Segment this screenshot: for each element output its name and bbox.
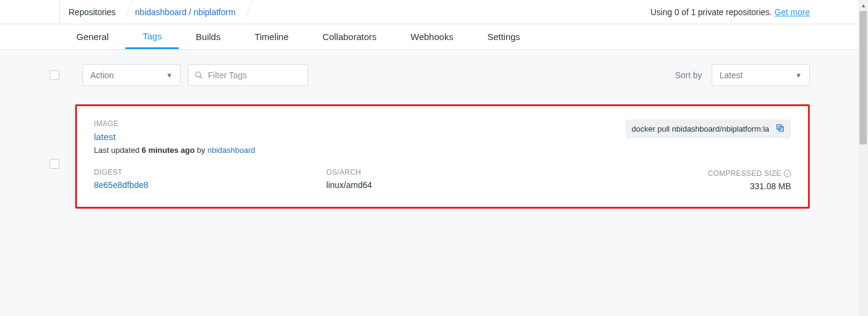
svg-point-0 [196, 72, 201, 77]
filter-tags-field[interactable] [188, 64, 308, 86]
osarch-label: OS/ARCH [326, 168, 558, 176]
repo-tabs: General Tags Builds Timeline Collaborato… [0, 24, 858, 50]
tab-settings[interactable]: Settings [470, 24, 537, 49]
last-updated: Last updated 6 minutes ago by nbidashboa… [94, 146, 255, 155]
docker-pull-box: docker pull nbidashboard/nbiplatform:la [626, 119, 791, 138]
tag-card: IMAGE latest Last updated 6 minutes ago … [75, 104, 810, 209]
digest-link[interactable]: 8e65e8dfbde8 [94, 180, 149, 190]
filter-tags-input[interactable] [208, 70, 314, 80]
last-updated-ago: 6 minutes ago [142, 146, 195, 155]
info-icon[interactable]: i [784, 170, 791, 177]
copy-icon[interactable] [775, 123, 785, 135]
tab-collaborators[interactable]: Collaborators [305, 24, 393, 49]
repo-usage-text: Using 0 of 1 private repositories. [650, 7, 775, 17]
digest-label: DIGEST [94, 168, 326, 176]
tab-tags[interactable]: Tags [125, 24, 179, 49]
sort-dropdown-value: Latest [719, 70, 743, 80]
svg-line-1 [200, 76, 202, 79]
repo-usage: Using 0 of 1 private repositories. Get m… [650, 7, 810, 17]
chevron-down-icon: ▼ [795, 72, 802, 79]
docker-pull-command: docker pull nbidashboard/nbiplatform:la [632, 124, 769, 133]
last-updated-by-word: by [195, 146, 207, 155]
tags-toolbar: Action ▼ Sort by Latest ▼ [48, 64, 810, 86]
action-dropdown[interactable]: Action ▼ [82, 64, 181, 86]
tab-webhooks[interactable]: Webhooks [393, 24, 470, 49]
tags-panel: Action ▼ Sort by Latest ▼ [0, 50, 858, 316]
breadcrumb-root[interactable]: Repositories [59, 0, 127, 24]
last-updated-prefix: Last updated [94, 146, 142, 155]
select-all-checkbox[interactable] [50, 70, 59, 80]
size-value: 331.08 MB [559, 181, 791, 191]
tag-name-link[interactable]: latest [94, 132, 116, 142]
get-more-link[interactable]: Get more [775, 7, 810, 17]
sort-dropdown[interactable]: Latest ▼ [712, 64, 810, 86]
top-bar: Repositories nbidashboard / nbiplatform … [0, 0, 858, 24]
action-dropdown-label: Action [90, 70, 114, 80]
osarch-value: linux/amd64 [326, 180, 558, 190]
tab-builds[interactable]: Builds [179, 24, 238, 49]
image-label: IMAGE [94, 119, 255, 128]
tab-timeline[interactable]: Timeline [238, 24, 305, 49]
scroll-up-button[interactable]: ▴ [858, 0, 868, 10]
scrollbar-thumb[interactable] [860, 11, 867, 144]
search-icon [195, 71, 203, 79]
breadcrumb: Repositories nbidashboard / nbiplatform [59, 0, 247, 24]
chevron-down-icon: ▼ [166, 72, 173, 79]
tab-general[interactable]: General [59, 24, 125, 49]
breadcrumb-repo[interactable]: nbidashboard / nbiplatform [127, 0, 247, 24]
sort-by-label: Sort by [675, 70, 702, 80]
size-label: COMPRESSED SIZE [708, 169, 781, 178]
select-row-checkbox[interactable] [50, 159, 59, 169]
updated-by-user-link[interactable]: nbidashboard [207, 146, 255, 155]
